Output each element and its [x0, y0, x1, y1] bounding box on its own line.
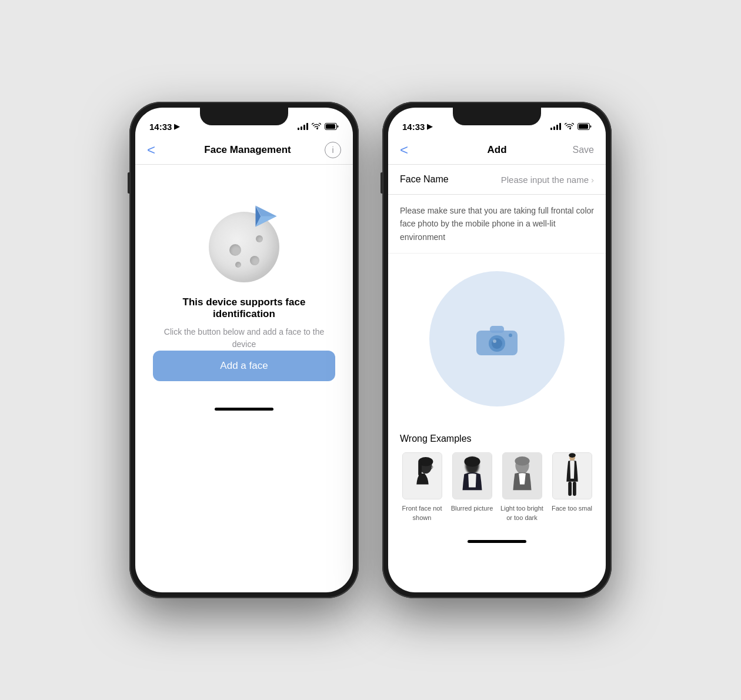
example-label-3: Light too bright or too dark — [500, 504, 544, 522]
bar3b — [556, 125, 558, 130]
camera-upload-area[interactable] — [388, 254, 606, 424]
example-img-3 — [502, 452, 542, 499]
phone1: 14:33 ▶ — [129, 102, 359, 598]
instruction-text: Please make sure that you are taking ful… — [388, 195, 606, 254]
example-item-2: Blurred picture — [450, 452, 494, 522]
svg-point-10 — [492, 338, 502, 349]
bar3 — [303, 125, 305, 130]
empty-subtitle: Click the button below and add a face to… — [153, 326, 335, 351]
location-icon-1: ▶ — [174, 122, 179, 131]
wrong-examples-title: Wrong Examples — [400, 434, 594, 444]
bar4 — [306, 123, 308, 130]
chevron-right-icon: › — [591, 175, 594, 185]
add-face-button[interactable]: Add a face — [153, 351, 335, 381]
save-button[interactable]: Save — [570, 145, 594, 155]
phone2: 14:33 ▶ — [382, 102, 612, 598]
home-indicator-1 — [215, 408, 273, 411]
face-name-input[interactable]: Please input the name › — [501, 175, 594, 185]
light-too-bright-img — [503, 452, 542, 499]
time-text-2: 14:33 — [402, 122, 425, 132]
page-title-1: Face Management — [171, 144, 325, 156]
svg-point-13 — [509, 334, 512, 337]
svg-rect-29 — [572, 482, 576, 496]
example-item-3: Light too bright or too dark — [500, 452, 544, 522]
screen1-content: This device supports face identification… — [135, 165, 353, 399]
blurred-picture-img — [453, 452, 492, 499]
bottom-indicator-1 — [135, 399, 353, 419]
location-icon-2: ▶ — [427, 122, 432, 131]
nav-bar-2: < Add Save — [388, 137, 606, 165]
back-button-2[interactable]: < — [400, 142, 423, 158]
back-button-1[interactable]: < — [147, 142, 171, 158]
phone2-screen: 14:33 ▶ — [388, 108, 606, 592]
empty-title: This device supports face identification — [153, 296, 335, 320]
info-button-1[interactable]: i — [325, 142, 341, 158]
camera-circle[interactable] — [429, 271, 565, 406]
nav-bar-1: < Face Management i — [135, 137, 353, 165]
svg-rect-28 — [568, 482, 572, 496]
examples-grid: Front face not shown — [400, 452, 594, 522]
example-label-2: Blurred picture — [451, 504, 493, 513]
example-img-1 — [402, 452, 442, 499]
example-item-1: Front face not shown — [400, 452, 444, 522]
battery-icon-2 — [578, 123, 592, 130]
wifi-icon-1 — [312, 123, 321, 130]
bar2b — [553, 126, 555, 130]
signal-bars-1 — [298, 123, 308, 130]
moon-illustration — [203, 200, 285, 282]
svg-rect-12 — [490, 326, 504, 333]
scene: 14:33 ▶ — [129, 102, 612, 598]
page-title-2: Add — [423, 144, 570, 156]
svg-rect-24 — [503, 453, 542, 499]
battery-icon-1 — [325, 123, 339, 130]
status-icons-2 — [550, 123, 592, 130]
example-label-1: Front face not shown — [400, 504, 444, 522]
bar1b — [550, 128, 552, 130]
face-name-placeholder-text: Please input the name — [501, 175, 589, 185]
notch2 — [453, 108, 541, 125]
status-time-1: 14:33 ▶ — [149, 122, 179, 132]
crater4 — [235, 262, 241, 268]
status-icons-1 — [298, 123, 339, 130]
front-face-not-shown-img — [403, 452, 442, 499]
paper-plane-icon — [253, 203, 279, 229]
home-indicator-2 — [468, 540, 526, 543]
wrong-examples-section: Wrong Examples — [388, 424, 606, 532]
notch1 — [200, 108, 288, 125]
bar4b — [559, 123, 561, 130]
signal-bars-2 — [550, 123, 561, 130]
svg-rect-1 — [326, 124, 335, 129]
example-label-4: Face too smal — [552, 504, 592, 513]
crater2 — [256, 235, 263, 242]
screen2-content: Face Name Please input the name › Please… — [388, 165, 606, 532]
crater3 — [250, 256, 259, 265]
face-name-row[interactable]: Face Name Please input the name › — [388, 165, 606, 195]
crater1 — [229, 244, 241, 256]
face-name-label: Face Name — [400, 174, 449, 185]
bar1 — [298, 128, 299, 130]
wifi-icon-2 — [565, 123, 574, 130]
svg-point-20 — [464, 456, 480, 466]
bottom-indicator-2 — [388, 532, 606, 552]
example-img-2 — [452, 452, 492, 499]
svg-rect-7 — [579, 124, 588, 129]
svg-point-11 — [493, 339, 496, 343]
bar2 — [301, 126, 302, 130]
status-time-2: 14:33 ▶ — [402, 122, 432, 132]
example-item-4: Face too smal — [550, 452, 594, 522]
example-img-4 — [552, 452, 592, 499]
phone1-screen: 14:33 ▶ — [135, 108, 353, 592]
face-too-small-img — [553, 452, 592, 499]
svg-point-27 — [569, 453, 576, 458]
camera-icon — [473, 320, 520, 358]
time-text-1: 14:33 — [149, 122, 172, 132]
